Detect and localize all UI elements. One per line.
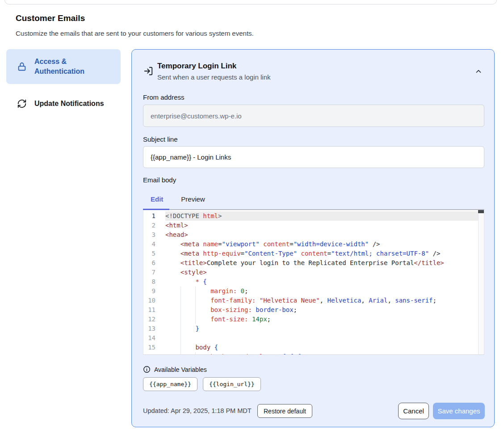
line-number: 7 bbox=[143, 268, 165, 277]
code-token bbox=[365, 297, 369, 304]
code-token: 0 bbox=[241, 287, 244, 295]
code-line-content[interactable]: * { bbox=[165, 277, 478, 286]
code-token: { bbox=[214, 344, 218, 351]
editor-scrollbar[interactable] bbox=[478, 210, 484, 354]
code-token: 14px bbox=[252, 316, 267, 323]
chevron-up-icon bbox=[475, 70, 483, 77]
code-line-content[interactable] bbox=[165, 333, 478, 343]
code-token bbox=[165, 250, 181, 257]
code-line-content[interactable]: <meta name="viewport" content="width=dev… bbox=[165, 240, 478, 249]
code-line-content[interactable]: <title>Complete your login to the Replic… bbox=[165, 258, 478, 268]
code-token: margin: bbox=[210, 287, 237, 295]
code-token: } bbox=[195, 325, 199, 332]
code-line-content[interactable]: <head> bbox=[165, 230, 478, 240]
code-token bbox=[165, 306, 210, 313]
code-token: content bbox=[301, 250, 328, 257]
code-token: Helvetica bbox=[327, 297, 361, 304]
code-line: 11 box-sizing: border-box; bbox=[143, 305, 478, 315]
available-variables-label: Available Variables bbox=[154, 366, 207, 373]
line-number: 1 bbox=[143, 211, 165, 221]
code-token: /> bbox=[369, 240, 380, 248]
active-tab-indicator bbox=[143, 209, 169, 210]
scrollbar-thumb[interactable] bbox=[478, 210, 484, 213]
save-changes-button[interactable]: Save changes bbox=[433, 403, 485, 419]
variable-chip[interactable]: {{app_name}} bbox=[143, 377, 197, 391]
code-token bbox=[248, 316, 252, 323]
code-token: , bbox=[387, 297, 391, 304]
line-number: 13 bbox=[143, 324, 165, 333]
code-line-content[interactable]: <meta http-equiv="Content-Type" content=… bbox=[165, 249, 478, 258]
tab-edit[interactable]: Edit bbox=[151, 195, 163, 203]
code-line-content[interactable]: } bbox=[165, 324, 478, 333]
code-token: ; bbox=[294, 306, 297, 313]
line-number: 2 bbox=[143, 221, 165, 230]
code-token: <title> bbox=[181, 259, 207, 266]
info-icon[interactable] bbox=[143, 366, 151, 373]
code-token: body bbox=[195, 344, 210, 351]
code-line-content[interactable]: <!DOCTYPE html> bbox=[165, 211, 478, 221]
updated-timestamp: Updated: Apr 29, 2025, 1:18 PM MDT bbox=[143, 407, 252, 414]
code-token: "text/html; charset=UTF-8" bbox=[331, 250, 429, 257]
tab-preview[interactable]: Preview bbox=[181, 195, 205, 203]
code-token: ; bbox=[305, 353, 308, 355]
code-token bbox=[165, 297, 210, 304]
code-line: 7 <style> bbox=[143, 268, 478, 277]
line-number: 11 bbox=[143, 305, 165, 315]
code-token bbox=[391, 297, 395, 304]
previous-card-bottom-edge bbox=[4, 0, 497, 4]
code-editor[interactable]: 1<!DOCTYPE html>2<html>3<head>4 <meta na… bbox=[143, 209, 484, 355]
code-token: ; bbox=[267, 316, 271, 323]
code-token: > bbox=[218, 212, 222, 219]
code-line: 16 background-color: #f6f6f6; bbox=[143, 352, 478, 355]
code-line-content[interactable]: box-sizing: border-box; bbox=[165, 305, 478, 315]
line-number: 4 bbox=[143, 240, 165, 249]
line-number: 16 bbox=[143, 352, 165, 355]
line-number: 15 bbox=[143, 343, 165, 352]
code-token: , bbox=[361, 297, 365, 304]
code-token bbox=[165, 278, 195, 285]
sidebar: Access & AuthenticationUpdate Notificati… bbox=[6, 49, 121, 123]
subject-line-input[interactable] bbox=[143, 146, 484, 168]
sidebar-item-update-notifications[interactable]: Update Notifications bbox=[6, 91, 121, 116]
sidebar-item-label: Access & Authentication bbox=[34, 57, 113, 76]
subject-line-label: Subject line bbox=[143, 135, 178, 143]
cancel-button[interactable]: Cancel bbox=[398, 403, 429, 419]
code-token bbox=[237, 287, 240, 295]
code-line: 14 bbox=[143, 333, 478, 343]
refresh-icon bbox=[17, 99, 27, 109]
indent-guide bbox=[195, 286, 196, 324]
indent-guide bbox=[181, 286, 181, 354]
line-number: 12 bbox=[143, 315, 165, 324]
code-token: "Helvetica Neue" bbox=[260, 297, 320, 304]
code-line: 2<html> bbox=[143, 221, 478, 230]
code-line-content[interactable]: <html> bbox=[165, 221, 478, 230]
sidebar-item-access-authentication[interactable]: Access & Authentication bbox=[6, 49, 121, 84]
code-line: 8 * { bbox=[143, 277, 478, 286]
code-token: Arial bbox=[369, 297, 387, 304]
code-token: * bbox=[195, 278, 199, 285]
code-line-content[interactable]: <style> bbox=[165, 268, 478, 277]
restore-default-button[interactable]: Restore default bbox=[257, 404, 312, 418]
line-number: 6 bbox=[143, 258, 165, 268]
line-number: 5 bbox=[143, 249, 165, 258]
code-token: = bbox=[241, 250, 244, 257]
code-line: 3<head> bbox=[143, 230, 478, 240]
lock-icon bbox=[17, 62, 27, 72]
editor-tabs: EditPreview bbox=[151, 195, 205, 203]
code-line-content[interactable]: margin: 0; bbox=[165, 286, 478, 296]
line-number: 9 bbox=[143, 286, 165, 296]
code-line-content[interactable]: font-family: "Helvetica Neue", Helvetica… bbox=[165, 296, 478, 305]
collapse-button[interactable] bbox=[474, 67, 483, 78]
code-token: sans-serif bbox=[395, 297, 433, 304]
code-line-content[interactable]: background-color: #f6f6f6; bbox=[165, 352, 478, 355]
code-token bbox=[260, 240, 263, 248]
code-token bbox=[165, 269, 181, 276]
code-line-content[interactable]: body { bbox=[165, 343, 478, 352]
variable-chip[interactable]: {{login_url}} bbox=[203, 377, 261, 391]
code-line-content[interactable]: font-size: 14px; bbox=[165, 315, 478, 324]
code-token: "width=device-width" bbox=[294, 240, 369, 248]
code-token: <head> bbox=[165, 231, 188, 238]
code-token: Complete your login to the Replicated En… bbox=[207, 259, 414, 266]
code-token: <meta bbox=[181, 250, 199, 257]
code-token: = bbox=[290, 240, 293, 248]
